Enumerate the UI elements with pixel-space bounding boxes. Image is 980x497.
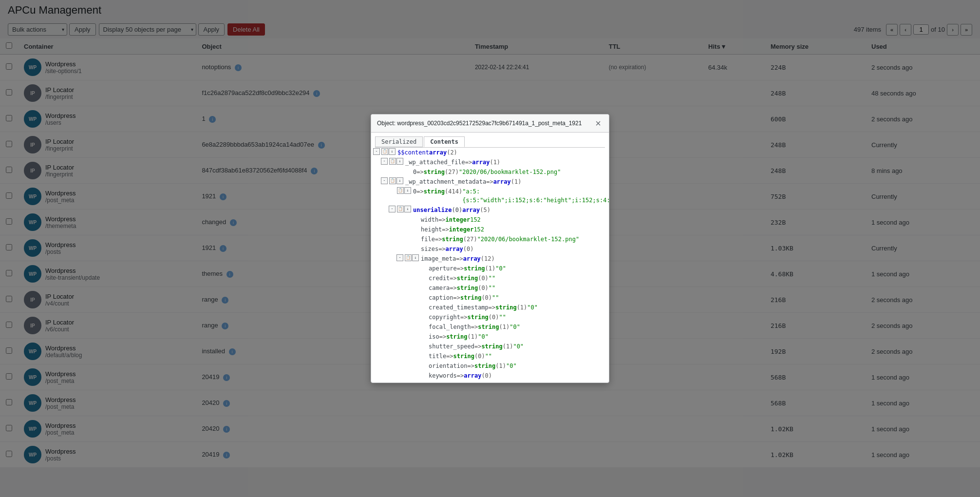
modal-tree: SerializedContents-📋↓$$content array (2)…: [371, 133, 609, 382]
tree-line: title => string (0) "": [371, 351, 609, 361]
modal-tab[interactable]: Contents: [424, 136, 465, 147]
copy-icon[interactable]: 📋: [397, 206, 404, 212]
tree-line: orientation => string (1) "0": [371, 361, 609, 371]
tree-toggle[interactable]: -: [373, 148, 380, 155]
modal-close-button[interactable]: ×: [593, 118, 603, 128]
modal-header: Object: wordpress_00203cd2c9521725​29ac7…: [371, 115, 609, 133]
tree-line: height => integer 152: [371, 225, 609, 234]
copy-icon[interactable]: 📋: [389, 177, 396, 184]
tree-line: 📋↓0 => string (414) "a:5:{s:5:"width";i:…: [371, 187, 609, 205]
modal-overlay[interactable]: Object: wordpress_00203cd2c9521725​29ac7…: [0, 0, 980, 468]
export-icon[interactable]: ↓: [396, 158, 403, 165]
export-icon[interactable]: ↓: [396, 177, 403, 184]
tree-line: iso => string (1) "0": [371, 332, 609, 342]
tree-toggle[interactable]: -: [381, 177, 388, 184]
tree-line: shutter_speed => string (1) "0": [371, 342, 609, 351]
modal-title: Object: wordpress_00203cd2c9521725​29ac7…: [377, 120, 582, 127]
copy-icon[interactable]: 📋: [405, 254, 412, 261]
tree-line: file => string (27) "2020/06/bookmarklet…: [371, 234, 609, 244]
tree-line: created_timestamp => string (1) "0": [371, 303, 609, 312]
copy-icon[interactable]: 📋: [381, 148, 388, 155]
export-icon[interactable]: ↓: [412, 254, 419, 261]
tree-line: -📋↓$$content array (2): [371, 148, 609, 157]
export-icon[interactable]: ↓: [404, 206, 411, 212]
modal: Object: wordpress_00203cd2c9521725​29ac7…: [371, 114, 609, 383]
tree-toggle[interactable]: -: [381, 158, 388, 165]
tree-line: width => integer 152: [371, 215, 609, 225]
export-icon[interactable]: ↓: [389, 148, 396, 155]
tree-line: -📋↓unserialize(0) array (5): [371, 205, 609, 215]
modal-body: SerializedContents-📋↓$$content array (2)…: [371, 133, 609, 382]
tree-line: 0 => string (27) "2020/06/bookmarklet-15…: [371, 167, 609, 177]
tree-toggle[interactable]: -: [389, 206, 396, 212]
tree-line: caption => string (0) "": [371, 293, 609, 303]
tree-line: -📋↓_wp_attached_file => array (1): [371, 157, 609, 167]
tree-line: -📋↓image_meta => array (12): [371, 254, 609, 264]
export-icon[interactable]: ↓: [404, 187, 411, 194]
tree-line: copyright => string (0) "": [371, 312, 609, 322]
tree-line: -📋↓_wp_attachment_metadata => array (1): [371, 177, 609, 187]
tree-line: focal_length => string (1) "0": [371, 322, 609, 332]
tree-line: aperture => string (1) "0": [371, 264, 609, 273]
tree-line: sizes => array (0): [371, 244, 609, 254]
tree-toggle[interactable]: -: [396, 254, 403, 261]
modal-tabs: SerializedContents: [371, 134, 609, 147]
tree-line: keywords => array (0): [371, 371, 609, 381]
copy-icon[interactable]: 📋: [389, 158, 396, 165]
modal-tab[interactable]: Serialized: [375, 136, 423, 147]
tree-line: camera => string (0) "": [371, 283, 609, 293]
tree-line: credit => string (0) "": [371, 273, 609, 283]
copy-icon[interactable]: 📋: [397, 187, 404, 194]
